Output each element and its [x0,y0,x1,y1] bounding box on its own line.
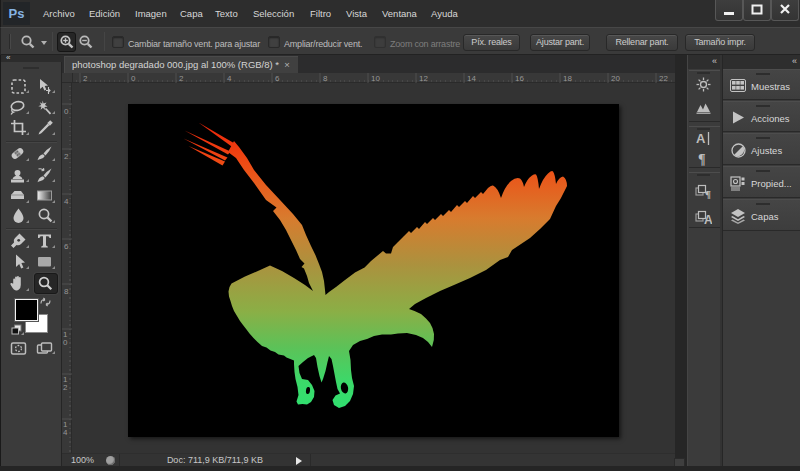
svg-text:A: A [704,213,712,226]
svg-text:12: 12 [419,74,428,83]
svg-text:2: 2 [179,74,184,83]
svg-text:0: 0 [64,107,69,116]
svg-text:2: 2 [63,383,68,392]
svg-text:6: 6 [275,74,280,83]
svg-text:10: 10 [371,74,380,83]
svg-text:¶: ¶ [705,188,711,200]
svg-text:0: 0 [131,74,136,83]
svg-text:2: 2 [64,152,69,161]
svg-text:A: A [696,131,706,146]
svg-text:6: 6 [64,242,69,251]
svg-text:22: 22 [659,74,668,83]
svg-text:4: 4 [64,197,69,206]
svg-text:14: 14 [467,74,476,83]
svg-text:8: 8 [323,74,328,83]
svg-text:16: 16 [515,74,524,83]
svg-text:4: 4 [227,74,232,83]
svg-text:4: 4 [63,428,68,437]
svg-text:2: 2 [83,74,88,83]
svg-text:18: 18 [563,74,572,83]
svg-text:¶: ¶ [698,152,706,166]
svg-text:20: 20 [611,74,620,83]
svg-text:8: 8 [64,287,69,296]
svg-text:0: 0 [63,338,68,347]
